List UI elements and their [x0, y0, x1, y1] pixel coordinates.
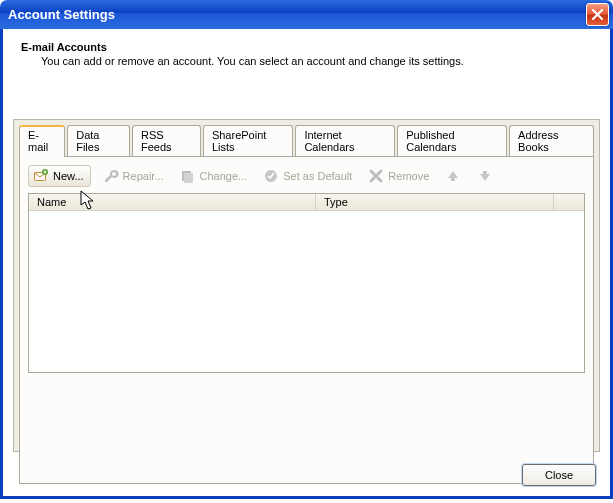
- arrow-down-icon: [477, 168, 493, 184]
- remove-account-button: Remove: [364, 166, 433, 186]
- tab-strip: E-mail Data Files RSS Feeds SharePoint L…: [14, 120, 599, 156]
- column-name[interactable]: Name: [29, 194, 316, 210]
- tab-internet-calendars[interactable]: Internet Calendars: [295, 125, 395, 156]
- svg-rect-3: [184, 173, 193, 183]
- settings-panel: E-mail Data Files RSS Feeds SharePoint L…: [13, 119, 600, 452]
- repair-account-button: Repair...: [99, 166, 168, 186]
- window-close-button[interactable]: [586, 3, 609, 26]
- change-icon: [180, 168, 196, 184]
- close-button[interactable]: Close: [522, 464, 596, 486]
- new-account-button[interactable]: New...: [28, 165, 91, 187]
- remove-label: Remove: [388, 170, 429, 182]
- set-default-button: Set as Default: [259, 166, 356, 186]
- remove-icon: [368, 168, 384, 184]
- tab-published-calendars[interactable]: Published Calendars: [397, 125, 507, 156]
- move-down-button: [473, 166, 497, 186]
- new-mail-icon: [33, 168, 49, 184]
- repair-icon: [103, 168, 119, 184]
- repair-label: Repair...: [123, 170, 164, 182]
- new-label: New...: [53, 170, 84, 182]
- window-title: Account Settings: [8, 7, 115, 22]
- window-body: E-mail Accounts You can add or remove an…: [0, 29, 613, 499]
- tab-content: New... Repair...: [19, 156, 594, 484]
- titlebar: Account Settings: [0, 0, 613, 29]
- move-up-button: [441, 166, 465, 186]
- header-description: You can add or remove an account. You ca…: [41, 55, 592, 67]
- close-icon: [592, 9, 603, 20]
- tab-address-books[interactable]: Address Books: [509, 125, 594, 156]
- header-title: E-mail Accounts: [21, 41, 592, 53]
- dialog-button-bar: Close: [522, 464, 596, 486]
- accounts-list[interactable]: Name Type: [28, 193, 585, 373]
- header-area: E-mail Accounts You can add or remove an…: [3, 29, 610, 75]
- column-type[interactable]: Type: [316, 194, 554, 210]
- change-label: Change...: [200, 170, 248, 182]
- tab-rss-feeds[interactable]: RSS Feeds: [132, 125, 201, 156]
- check-circle-icon: [263, 168, 279, 184]
- arrow-up-icon: [445, 168, 461, 184]
- tab-email[interactable]: E-mail: [19, 125, 65, 157]
- toolbar: New... Repair...: [20, 157, 593, 193]
- change-account-button: Change...: [176, 166, 252, 186]
- tab-data-files[interactable]: Data Files: [67, 125, 130, 156]
- list-header: Name Type: [29, 194, 584, 211]
- default-label: Set as Default: [283, 170, 352, 182]
- tab-sharepoint-lists[interactable]: SharePoint Lists: [203, 125, 293, 156]
- column-spacer: [554, 194, 584, 210]
